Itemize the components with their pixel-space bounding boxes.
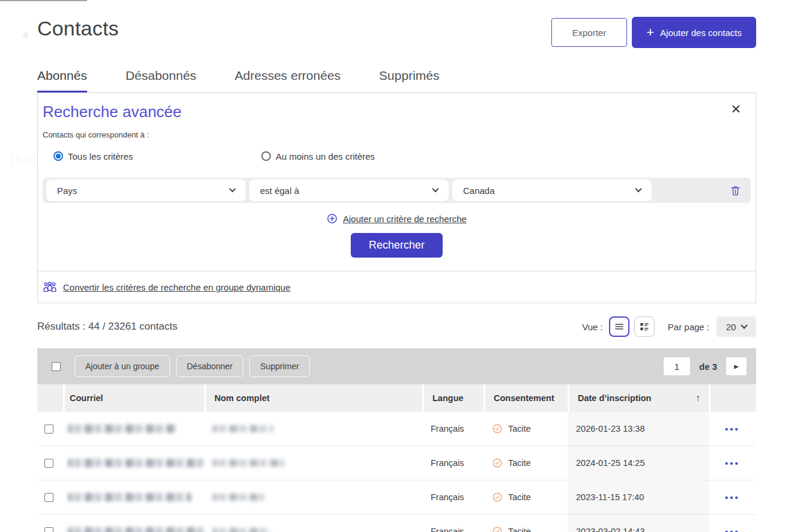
add-contacts-button[interactable]: + Ajouter des contacts [632,17,756,48]
radio-all-criteria[interactable]: Tous les critères [43,145,242,167]
name-redacted [213,425,273,432]
tab-supprimes[interactable]: Supprimés [379,68,439,92]
view-label: Vue : [582,322,602,332]
group-icon [43,280,57,294]
row-more-actions-button[interactable]: ••• [725,424,740,434]
results-summary: Résultats : 44 / 23261 contacts [37,321,177,333]
column-header-langue[interactable]: Langue [422,384,483,412]
chevron-down-icon [229,186,235,192]
consent-label: Tacite [508,424,531,434]
match-mode-label: Contacts qui correspondent à : [43,130,751,139]
email-redacted [68,493,191,501]
add-criterion-link[interactable]: Ajouter un critère de recherche [343,214,467,224]
consent-cell: Tacite [483,515,568,532]
convert-to-dynamic-group-link[interactable]: Convertir les critères de recherche en g… [63,282,291,292]
next-page-button[interactable]: ▸ [726,357,747,375]
criterion-value-select[interactable]: Canada [452,180,652,201]
date-header-label: Date d’inscription [578,393,651,403]
contacts-tabs: Abonnés Désabonnés Adresses erronées Sup… [37,68,756,92]
view-controls: Vue : Par page : 20 [582,316,756,337]
date-cell: 2023-11-15 17:40 [568,480,709,514]
chevron-down-icon [432,186,438,192]
name-redacted [213,528,270,532]
per-page-label: Par page : [668,322,709,332]
sort-ascending-icon[interactable]: ↑ [696,393,700,404]
consent-check-icon [492,526,503,532]
list-view-icon [614,321,625,332]
row-checkbox[interactable] [44,459,53,468]
consent-label: Tacite [508,458,531,468]
export-button[interactable]: Exporter [551,18,628,47]
per-page-value: 20 [726,322,736,332]
date-cell: 2026-01-23 13:38 [568,412,709,446]
unsubscribe-button[interactable]: Désabonner [176,355,243,377]
plus-circle-icon [327,213,338,224]
tab-desabonnes[interactable]: Désabonnés [126,68,196,92]
criterion-field-select[interactable]: Pays [46,180,246,201]
trash-icon[interactable] [730,185,741,196]
row-more-actions-button[interactable]: ••• [725,492,740,503]
advanced-search-body: Recherche avancée ✕ Contacts qui corresp… [38,93,756,271]
table-row: Français Tacite 2023-03-02 14:43 ••• [37,515,756,532]
list-view-button[interactable] [609,316,629,337]
add-to-group-button[interactable]: Ajouter à un groupe [74,355,170,377]
row-checkbox[interactable] [44,527,53,532]
close-icon[interactable]: ✕ [730,103,741,115]
email-redacted [68,459,204,467]
consent-cell: Tacite [483,446,568,480]
table-row: Français Tacite 2024-01-25 14:25 ••• [37,446,756,480]
ghost-dot [23,32,28,38]
plus-icon: + [646,26,654,39]
page-total-label: de 3 [699,361,717,372]
main-content: Contacts Exporter + Ajouter des contacts… [37,0,756,532]
radio-any-criteria[interactable]: Au moins un des critères [261,151,375,162]
row-checkbox[interactable] [44,425,53,434]
consent-check-icon [492,423,503,434]
criterion-operator-value: est égal à [260,186,299,196]
tab-abonnes[interactable]: Abonnés [37,68,87,92]
radio-selected-icon [53,151,63,161]
consent-check-icon [492,458,503,468]
date-cell: 2023-03-02 14:43 [568,515,709,532]
consent-cell: Tacite [483,412,568,446]
select-all-checkbox[interactable] [52,362,61,371]
consent-check-icon [492,492,503,503]
card-view-button[interactable] [634,316,655,337]
add-criterion-row: Ajouter un critère de recherche [43,213,751,224]
row-more-actions-button[interactable]: ••• [725,458,740,468]
radio-all-label: Tous les critères [68,151,133,162]
tab-adresses-erronees[interactable]: Adresses erronées [235,68,341,92]
add-contacts-label: Ajouter des contacts [660,28,742,38]
column-header-actions [709,384,756,412]
language-cell: Français [422,412,483,446]
column-header-date-inscription[interactable]: Date d’inscription ↑ [568,384,709,412]
date-cell: 2024-01-25 14:25 [568,446,709,480]
email-redacted [68,425,176,433]
advanced-search-panel: Recherche avancée ✕ Contacts qui corresp… [37,92,756,303]
consent-label: Tacite [508,492,531,502]
per-page-select[interactable]: 20 [717,316,756,337]
criterion-operator-select[interactable]: est égal à [249,180,449,201]
column-header-consentement[interactable]: Consentement [483,384,568,412]
search-button[interactable]: Rechercher [351,233,443,258]
language-cell: Français [422,515,483,532]
table-header-row: Courriel Nom complet Langue Consentement… [37,384,756,412]
language-cell: Français [422,480,483,514]
contacts-table: Ajouter à un groupe Désabonner Supprimer… [37,348,756,532]
criterion-row: Pays est égal à Canada [43,178,751,203]
delete-button[interactable]: Supprimer [249,355,310,377]
table-row: Français Tacite 2026-01-23 13:38 ••• [37,412,756,446]
criterion-field-value: Pays [57,186,77,196]
page-title: Contacts [37,17,119,40]
page-header: Contacts Exporter + Ajouter des contacts [37,0,756,48]
row-more-actions-button[interactable]: ••• [725,527,740,532]
card-view-icon [639,321,650,332]
advanced-search-title: Recherche avancée [43,103,751,121]
page-number-input[interactable] [664,357,690,375]
per-page-control: Par page : 20 [668,316,756,337]
row-checkbox[interactable] [44,493,53,502]
criterion-value-value: Canada [463,186,495,196]
column-header-nom-complet[interactable]: Nom complet [204,384,422,412]
column-header-courriel[interactable]: Courriel [63,384,204,412]
consent-label: Tacite [508,527,531,532]
